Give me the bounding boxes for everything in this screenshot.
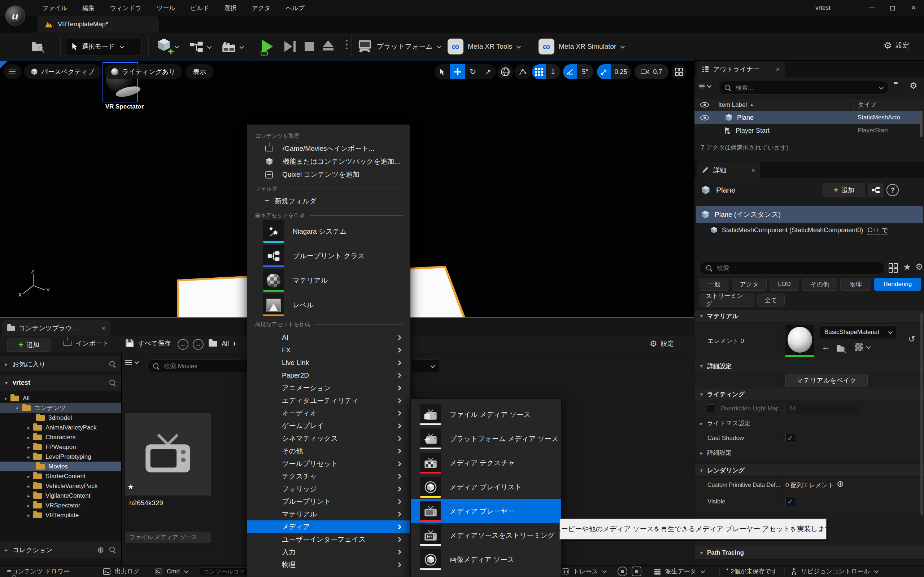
tab-content-browser[interactable]: コンテンツブラウ... ×	[2, 320, 110, 336]
select-mode-dropdown[interactable]: 選択モード	[66, 37, 142, 56]
cast-shadow-checkbox[interactable]	[785, 433, 795, 443]
project-header[interactable]: ▾ vrtest	[0, 375, 121, 391]
instance-row[interactable]: Plane (インスタンス)	[696, 206, 923, 223]
menu-adv-editor-utility[interactable]: エディタユーティリティ	[247, 394, 410, 407]
section-material[interactable]: ▾マテリアル	[695, 309, 924, 322]
scale-snap-toggle[interactable]	[597, 64, 611, 79]
close-icon[interactable]: ×	[776, 66, 780, 73]
cpp-link[interactable]: C++ で	[867, 226, 888, 235]
add-button[interactable]: + 追加	[7, 338, 50, 351]
chip-lod[interactable]: LOD	[769, 278, 799, 291]
menu-import-to-game-movies[interactable]: /Game/Moviesへインポート...	[247, 142, 410, 155]
eject-button[interactable]	[323, 40, 333, 50]
import-button[interactable]: インポート	[63, 339, 109, 348]
search-icon[interactable]	[109, 546, 116, 553]
material-dropdown[interactable]: BasicShapeMaterial	[820, 325, 896, 339]
menu-material[interactable]: マテリアル	[247, 268, 410, 293]
add-element-icon[interactable]: ⊕	[837, 480, 844, 488]
tree-item-characters[interactable]: ▸Characters	[0, 432, 121, 442]
details-search-input[interactable]: 検索	[699, 261, 884, 275]
search-icon[interactable]	[109, 361, 116, 367]
tree-item-startercontent[interactable]: ▸StarterContent	[0, 471, 121, 481]
submenu-media-playlist[interactable]: メディア プレイリスト	[411, 475, 561, 499]
tab-details[interactable]: 詳細 ×	[696, 162, 760, 178]
show-dropdown[interactable]: 表示	[186, 64, 214, 79]
stop-button[interactable]	[305, 42, 314, 51]
menu-adv-tool-presets[interactable]: ツールプリセット	[247, 457, 410, 470]
chip-misc[interactable]: その他	[802, 278, 837, 291]
trace-dropdown[interactable]: トレース	[562, 566, 606, 577]
meta-xr-tools-dropdown[interactable]: ∞ Meta XR Tools	[447, 39, 520, 55]
play-button[interactable]	[262, 40, 273, 53]
scale-snap-value[interactable]: 0.25	[611, 64, 631, 79]
chip-streaming[interactable]: ストリーミング	[699, 293, 754, 306]
chip-physics[interactable]: 物理	[840, 278, 871, 291]
cmd-dropdown[interactable]: Cmd	[155, 566, 187, 577]
tree-item-vrspectator[interactable]: ▸VRSpectator	[0, 501, 121, 510]
output-log-button[interactable]: 出力ログ	[103, 566, 140, 577]
add-component-button[interactable]: + 追加	[822, 183, 865, 197]
menu-adv-audio[interactable]: オーディオ	[247, 407, 410, 419]
menu-level[interactable]: レベル	[247, 293, 410, 318]
scale-tool[interactable]: ↗	[480, 64, 496, 79]
menu-adv-fx[interactable]: FX	[247, 344, 410, 356]
select-tool[interactable]	[435, 64, 450, 79]
browse-to-asset-icon[interactable]	[837, 344, 847, 354]
cinematics-button[interactable]	[221, 41, 243, 53]
tree-item-levelprototyping[interactable]: ▸LevelPrototyping	[0, 452, 121, 462]
tree-item-vehiclevarietypack[interactable]: ▸VehicleVarietyPack	[0, 481, 121, 491]
chip-actor[interactable]: アクタ	[732, 278, 767, 291]
texture-options-icon[interactable]	[855, 343, 863, 351]
eye-icon[interactable]	[700, 115, 709, 121]
eye-icon[interactable]	[700, 102, 709, 108]
move-tool[interactable]	[450, 64, 465, 79]
use-selected-icon[interactable]: ←	[822, 343, 830, 351]
surface-snap-toggle[interactable]	[514, 64, 531, 79]
section-lighting[interactable]: ▾ライティング	[695, 388, 924, 400]
collections-header[interactable]: ▸ コレクション ⊕	[0, 541, 121, 558]
favorites-header[interactable]: ▸ お気に入り	[0, 356, 121, 372]
bake-material-button[interactable]: マテリアルをベイク	[785, 374, 868, 387]
back-icon[interactable]: ←	[178, 339, 188, 350]
tree-item-content[interactable]: ▾コンテンツ	[0, 403, 121, 413]
submenu-media-player[interactable]: メディア プレーヤー	[411, 499, 561, 523]
blueprints-button[interactable]	[189, 41, 210, 53]
menu-help[interactable]: ヘルプ	[278, 4, 312, 12]
row-advanced2[interactable]: ▸詳細設定	[695, 446, 924, 459]
chip-rendering[interactable]: Rendering	[874, 278, 921, 291]
menu-adv-ui[interactable]: ユーザーインターフェイス	[247, 533, 410, 546]
tree-item-3dmodel[interactable]: 3dmodel	[0, 413, 121, 423]
revision-control-dropdown[interactable]: リビジョンコントロール	[791, 566, 877, 577]
details-scrollbar[interactable]	[921, 313, 923, 515]
platforms-dropdown[interactable]: プラットフォーム	[357, 40, 440, 53]
save-all-button[interactable]: すべて保存	[126, 339, 171, 348]
menu-add-quixel[interactable]: Quixel コンテンツを追加	[247, 168, 410, 181]
visible-checkbox[interactable]	[785, 496, 795, 506]
content-drawer-button[interactable]: コンテンツ ドロワー	[7, 566, 69, 577]
submenu-image-media-source[interactable]: 画像メディア ソース	[411, 548, 561, 572]
menu-adv-foliage[interactable]: フォリッジ	[247, 482, 410, 495]
browse-content-icon[interactable]	[32, 42, 44, 52]
menu-adv-material[interactable]: マテリアル	[247, 508, 410, 521]
reset-icon[interactable]: ↺	[908, 335, 915, 343]
help-button[interactable]: ?	[887, 184, 899, 196]
menu-adv-blueprint[interactable]: ブループリント	[247, 495, 410, 508]
menu-adv-physics[interactable]: 物理	[247, 558, 410, 571]
submenu-media-texture[interactable]: メディア テクスチャ	[411, 451, 561, 475]
outliner-column-header[interactable]: Item Label ▲ タイプ	[695, 99, 924, 111]
menu-build[interactable]: ビルド	[183, 4, 216, 12]
chip-all[interactable]: 全て	[757, 293, 785, 306]
meta-xr-simulator-dropdown[interactable]: ∞ Meta XR Simulator	[538, 39, 624, 55]
outliner-settings-gear-icon[interactable]: ⚙	[909, 82, 918, 90]
menu-adv-gameplay[interactable]: ゲームプレイ	[247, 419, 410, 432]
tree-item-all[interactable]: ▾All	[0, 393, 121, 403]
insights-icon[interactable]	[617, 567, 627, 576]
section-advanced[interactable]: ▾詳細設定	[695, 360, 924, 372]
menu-window[interactable]: ウィンドウ	[102, 4, 149, 12]
menu-new-folder[interactable]: + 新規フォルダ	[247, 195, 410, 208]
unreal-logo[interactable]: u	[5, 5, 25, 26]
viewport-layout-button[interactable]	[672, 64, 686, 79]
grid-snap-value[interactable]: 1	[546, 64, 560, 79]
outliner-search-input[interactable]: 検索...	[718, 81, 888, 95]
menu-adv-input[interactable]: 入力	[247, 546, 410, 558]
